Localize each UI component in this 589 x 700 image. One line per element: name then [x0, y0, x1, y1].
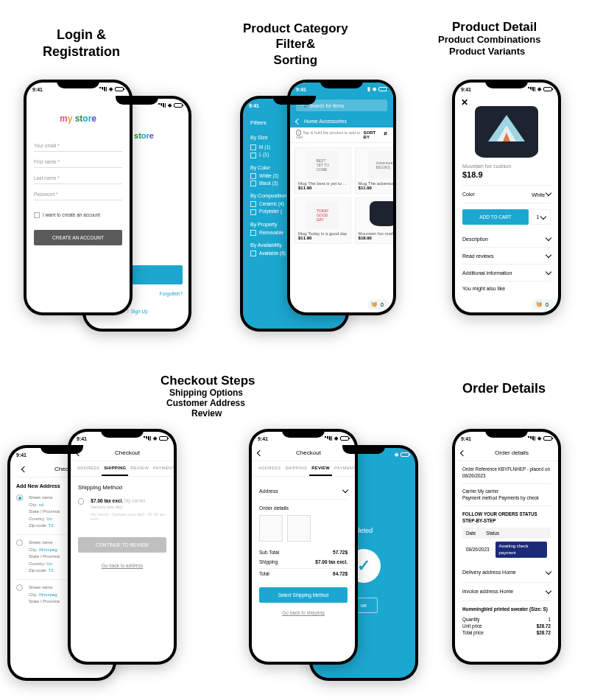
description-row[interactable]: Description — [462, 231, 551, 248]
cart-count: 0 — [381, 302, 384, 307]
product-tile[interactable]: BESTYET TOCOME Mug The best is yet to … … — [294, 147, 351, 194]
delivery-address-row[interactable]: Delivery address Home — [462, 564, 551, 583]
status-time: 9:41 — [461, 436, 471, 441]
also-like-heading: You might also like — [462, 286, 551, 291]
tab-review[interactable]: REVIEW — [128, 461, 151, 476]
order-item-thumb — [287, 515, 311, 542]
chevron-down-icon — [546, 588, 551, 594]
firstname-field[interactable]: First name * — [34, 155, 122, 168]
reviews-row[interactable]: Read reviews — [462, 248, 551, 265]
phone-category: 9:41 ▮◈ 🔍Search for items Home Accessori… — [287, 80, 396, 315]
status-time: 9:41 — [461, 87, 471, 92]
page-title: Checkout — [268, 449, 349, 456]
section-login-title: Login & Registration — [43, 27, 120, 60]
order-details-heading: Order details — [259, 505, 348, 511]
shipping-radio[interactable] — [78, 498, 84, 505]
battery-icon — [543, 436, 552, 441]
payment-text: Payment method Payments by check — [462, 494, 551, 501]
unit-price-value: $28.72 — [537, 623, 551, 629]
close-button[interactable]: ✕ — [461, 97, 468, 108]
product-image — [462, 106, 551, 158]
address-card[interactable]: Street name City: Winnipeg State / Provi… — [29, 539, 60, 575]
continue-review-button[interactable]: CONTINUE TO REVIEW — [78, 537, 166, 553]
notch — [57, 80, 99, 88]
back-to-shipping-link[interactable]: Go back to shipping — [259, 610, 348, 615]
back-to-address-link[interactable]: Go back to address — [78, 563, 166, 568]
signal-icon — [528, 87, 535, 91]
signal-icon — [144, 436, 151, 441]
tab-payment[interactable]: PAYMENT — [151, 461, 174, 476]
shipping-delivery: Delivery next day! — [91, 505, 166, 509]
status-header: Status — [486, 530, 499, 536]
signal-icon — [99, 87, 107, 91]
page-title: Checkout — [87, 449, 168, 456]
total-label: Total — [259, 571, 269, 576]
section-checkout-title: Checkout Steps — [161, 373, 255, 388]
wifi-icon: ◈ — [373, 86, 376, 92]
product-tile[interactable]: TODAYGOODDAY Mug Today is a good day $11… — [294, 197, 351, 244]
address-radio[interactable] — [16, 539, 23, 546]
product-image — [368, 201, 393, 229]
chevron-down-icon — [546, 190, 551, 196]
address-radio[interactable] — [16, 584, 23, 591]
chevron-down-icon — [342, 487, 348, 493]
invoice-address-row[interactable]: invoice address Home — [462, 583, 551, 602]
cart-fab[interactable]: 🧺0 — [532, 299, 554, 309]
address-radio[interactable] — [16, 494, 23, 501]
color-select[interactable]: Color White — [462, 185, 551, 203]
shipping-method-heading: Shipping Method — [78, 484, 166, 491]
section-checkout-sub3: Review — [191, 408, 222, 419]
back-icon — [295, 118, 301, 124]
status-time: 9:41 — [249, 103, 259, 108]
phone-product-detail: 9:41 ◈ ✕ Mountain fox cushion $18.9 Colo… — [452, 80, 561, 315]
product-price: $11.90 — [298, 186, 348, 190]
notch — [485, 429, 528, 438]
tab-shipping[interactable]: SHIPPING — [283, 461, 309, 476]
back-icon[interactable] — [21, 466, 27, 472]
shipping-carrier: My carrier — [124, 498, 146, 503]
wifi-icon: ◈ — [109, 86, 113, 92]
breadcrumb[interactable]: Home Accessories — [290, 115, 393, 127]
tab-shipping[interactable]: SHIPPING — [102, 461, 128, 476]
qty-select[interactable]: 1 — [532, 209, 551, 225]
tab-payment[interactable]: PAYMENT — [332, 461, 355, 476]
address-card[interactable]: Street name City: sd State / Province Co… — [29, 494, 60, 530]
add-to-cart-button[interactable]: ADD TO CART — [462, 209, 529, 225]
shipping-price: $7.00 tax excl. — [91, 498, 123, 503]
forgot-link[interactable]: Forgotten? — [160, 291, 183, 296]
status-time: 9:41 — [258, 436, 268, 441]
order-item-thumb — [259, 515, 283, 542]
chevron-down-icon — [540, 213, 546, 219]
product-tile[interactable]: Mountain fox cushion $18.90 — [355, 197, 393, 244]
back-icon[interactable] — [460, 449, 466, 455]
wifi-icon: ◈ — [537, 86, 541, 92]
notch — [282, 429, 325, 438]
sort-button[interactable]: SORT BY⇵ — [364, 130, 387, 139]
email-field[interactable]: Your email * — [34, 139, 122, 152]
tab-address[interactable]: ADDRESS — [75, 461, 102, 476]
wifi-icon: ◈ — [334, 435, 338, 441]
status-time: 9:41 — [77, 436, 87, 441]
review-address-row[interactable]: Address — [259, 483, 348, 500]
password-field[interactable]: Password * — [34, 187, 122, 200]
back-icon[interactable] — [257, 449, 263, 455]
battery-icon — [378, 87, 387, 91]
create-account-button[interactable]: CREATE AN ACCOUNT — [34, 230, 122, 245]
follow-heading: FOLLOW YOUR ORDERS STATUS STEP-BY-STEP — [462, 511, 551, 525]
color-value: White — [532, 192, 545, 197]
cart-fab[interactable]: 🧺0 — [367, 299, 389, 309]
address-card[interactable]: Street name City: Winnipeg State / Provi… — [29, 584, 60, 606]
wifi-icon: ◈ — [153, 435, 157, 441]
additional-info-row[interactable]: Additional information — [462, 265, 551, 281]
battery-icon — [174, 103, 183, 108]
battery-icon — [401, 452, 409, 457]
battery-icon — [115, 87, 124, 91]
tab-address[interactable]: ADDRESS — [256, 461, 283, 476]
product-tile[interactable]: AdventureBEGINS Mug The adventure begins… — [355, 147, 393, 194]
create-account-checkbox[interactable]: I want to create an account — [34, 212, 122, 218]
product-price: $18.90 — [359, 236, 393, 240]
lastname-field[interactable]: Last name * — [34, 171, 122, 184]
wifi-icon: ◈ — [395, 452, 398, 458]
tab-review[interactable]: REVIEW — [309, 461, 332, 476]
select-shipping-button[interactable]: Select Shipping Method — [259, 587, 348, 603]
